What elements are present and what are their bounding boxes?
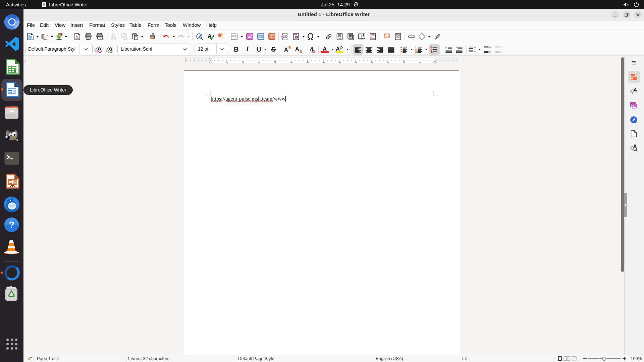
svg-text:?: ? xyxy=(9,220,14,230)
svg-text:A: A xyxy=(634,87,637,93)
svg-text:A: A xyxy=(284,47,288,53)
svg-text:A: A xyxy=(323,46,327,51)
svg-text:A: A xyxy=(295,46,299,52)
svg-text:B: B xyxy=(300,50,302,54)
svg-text:B: B xyxy=(288,46,291,50)
svg-text:III: III xyxy=(415,51,418,54)
svg-text:A: A xyxy=(336,46,340,51)
svg-text:1: 1 xyxy=(338,37,339,39)
